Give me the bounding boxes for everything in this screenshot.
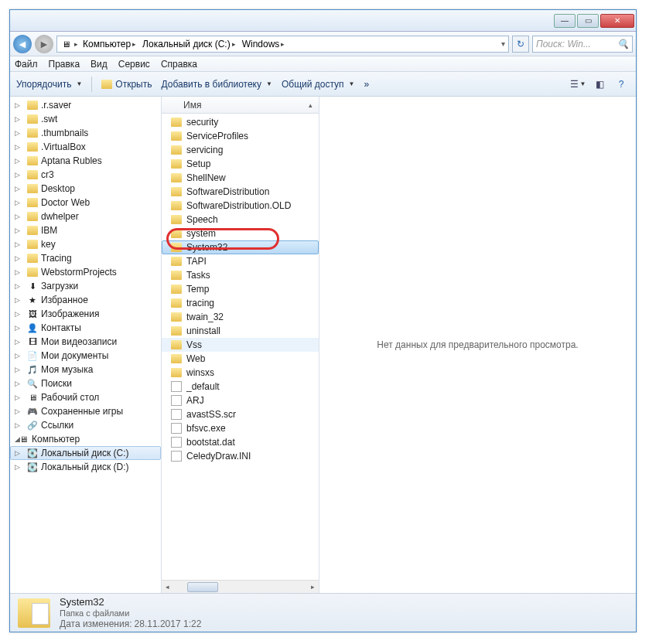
list-item[interactable]: TAPI (162, 254, 319, 268)
tree-item[interactable]: ▷dwhelper (10, 210, 161, 223)
navigation-tree[interactable]: ▷.r.saver▷.swt▷.thumbnails▷.VirtualBox▷A… (10, 97, 162, 593)
list-item[interactable]: Temp (162, 282, 319, 296)
expand-icon[interactable]: ▷ (15, 352, 20, 359)
menu-edit[interactable]: Правка (49, 59, 80, 70)
tree-item[interactable]: ▷Tracing (10, 251, 161, 265)
breadcrumb[interactable]: Локальный диск (C:)▸ (141, 39, 237, 49)
preview-pane-button[interactable]: ◧ (591, 76, 608, 93)
expand-icon[interactable]: ▷ (15, 254, 20, 262)
tree-item[interactable]: ▷key (10, 237, 161, 251)
list-item[interactable]: uninstall (162, 324, 319, 338)
help-button[interactable]: ? (613, 76, 630, 93)
tree-item-computer[interactable]: ◢🖥Компьютер (10, 432, 161, 446)
minimize-button[interactable]: — (554, 14, 576, 28)
tree-item[interactable]: ▷cr3 (10, 168, 161, 182)
expand-icon[interactable]: ▷ (15, 115, 20, 123)
expand-icon[interactable]: ▷ (15, 394, 20, 401)
list-item[interactable]: servicing (162, 143, 319, 157)
tree-item[interactable]: ▷Desktop (10, 182, 161, 196)
tree-item[interactable]: ▷Aptana Rubles (10, 154, 161, 168)
list-item[interactable]: tracing (162, 296, 319, 310)
tree-item-disk[interactable]: ▷💽Локальный диск (D:) (10, 460, 161, 474)
tree-item[interactable]: ▷.swt (10, 112, 161, 126)
tree-item[interactable]: ▷📄Мои документы (10, 349, 161, 363)
list-item[interactable]: SoftwareDistribution.OLD (162, 199, 319, 213)
expand-icon[interactable]: ▷ (15, 171, 20, 179)
list-item[interactable]: CeledyDraw.INI (162, 449, 319, 463)
menu-file[interactable]: Файл (15, 59, 38, 70)
expand-icon[interactable]: ▷ (15, 449, 20, 457)
organize-button[interactable]: Упорядочить▼ (16, 79, 82, 90)
expand-icon[interactable]: ▷ (15, 157, 20, 165)
expand-icon[interactable]: ▷ (15, 101, 20, 109)
expand-icon[interactable]: ▷ (15, 324, 20, 332)
horizontal-scrollbar[interactable]: ◂ ▸ (162, 580, 319, 593)
view-mode-button[interactable]: ☰▼ (569, 76, 586, 93)
tree-item[interactable]: ▷★Избранное (10, 293, 161, 307)
forward-button[interactable]: ► (35, 35, 53, 53)
tree-item[interactable]: ▷👤Контакты (10, 321, 161, 335)
list-item[interactable]: security (162, 115, 319, 129)
expand-icon[interactable]: ▷ (15, 296, 20, 304)
breadcrumb[interactable]: Компьютер▸ (81, 39, 138, 49)
list-item[interactable]: Setup (162, 157, 319, 171)
list-item[interactable]: avastSS.scr (162, 407, 319, 421)
list-item[interactable]: ShellNew (162, 171, 319, 185)
expand-icon[interactable]: ▷ (15, 129, 20, 137)
expand-icon[interactable]: ▷ (15, 310, 20, 318)
menu-view[interactable]: Вид (91, 59, 108, 70)
expand-icon[interactable]: ▷ (15, 143, 20, 151)
expand-icon[interactable]: ▷ (15, 268, 20, 276)
expand-icon[interactable]: ▷ (15, 213, 20, 220)
expand-icon[interactable]: ▷ (15, 282, 20, 290)
file-list[interactable]: securityServiceProfilesservicingSetupShe… (162, 114, 319, 580)
add-to-library-button[interactable]: Добавить в библиотеку▼ (161, 79, 272, 90)
list-item[interactable]: System32 (162, 240, 319, 254)
tree-item[interactable]: ▷🔍Поиски (10, 377, 161, 390)
expand-icon[interactable]: ▷ (15, 185, 20, 193)
menu-service[interactable]: Сервис (118, 59, 150, 70)
tree-item[interactable]: ▷⬇Загрузки (10, 279, 161, 293)
tree-item[interactable]: ▷🖼Изображения (10, 307, 161, 321)
list-item[interactable]: Tasks (162, 268, 319, 282)
maximize-button[interactable]: ▭ (577, 14, 599, 28)
scroll-right-icon[interactable]: ▸ (307, 581, 319, 593)
tree-item[interactable]: ▷🎮Сохраненные игры (10, 404, 161, 418)
tree-item[interactable]: ▷.thumbnails (10, 126, 161, 140)
address-bar[interactable]: 🖥 ▸ Компьютер▸ Локальный диск (C:)▸ Wind… (56, 36, 509, 53)
list-item[interactable]: system (162, 227, 319, 240)
expand-icon[interactable]: ▷ (15, 338, 20, 346)
list-item[interactable]: ServiceProfiles (162, 129, 319, 143)
list-item[interactable]: ARJ (162, 394, 319, 407)
tree-item[interactable]: ▷🎞Мои видеозаписи (10, 335, 161, 349)
back-button[interactable]: ◄ (13, 35, 32, 53)
tree-item-disk[interactable]: ▷💽Локальный диск (C:) (10, 446, 161, 460)
more-button[interactable]: » (364, 79, 369, 90)
expand-icon[interactable]: ▷ (15, 407, 20, 415)
share-button[interactable]: Общий доступ▼ (282, 79, 355, 90)
refresh-button[interactable]: ↻ (512, 36, 529, 53)
tree-item[interactable]: ▷🔗Ссылки (10, 418, 161, 432)
search-input[interactable]: Поиск: Win... 🔍 (532, 36, 633, 53)
list-item[interactable]: bfsvc.exe (162, 421, 319, 435)
tree-item[interactable]: ▷Doctor Web (10, 196, 161, 210)
column-header-name[interactable]: Имя▴ (162, 97, 319, 114)
expand-icon[interactable]: ▷ (15, 421, 20, 429)
collapse-icon[interactable]: ◢ (15, 435, 20, 443)
list-item[interactable]: _default (162, 380, 319, 394)
tree-item[interactable]: ▷IBM (10, 223, 161, 237)
list-item[interactable]: Speech (162, 213, 319, 227)
list-item[interactable]: Vss (162, 338, 319, 352)
close-button[interactable]: ✕ (600, 14, 634, 28)
expand-icon[interactable]: ▷ (15, 366, 20, 373)
breadcrumb[interactable]: Windows▸ (241, 39, 287, 49)
tree-item[interactable]: ▷🖥Рабочий стол (10, 390, 161, 404)
scroll-thumb[interactable] (187, 582, 218, 592)
expand-icon[interactable]: ▷ (15, 240, 20, 248)
open-button[interactable]: Открыть (101, 79, 152, 90)
dropdown-icon[interactable]: ▾ (501, 39, 505, 48)
expand-icon[interactable]: ▷ (15, 227, 20, 234)
expand-icon[interactable]: ▷ (15, 463, 20, 471)
list-item[interactable]: twain_32 (162, 310, 319, 324)
expand-icon[interactable]: ▷ (15, 199, 20, 206)
